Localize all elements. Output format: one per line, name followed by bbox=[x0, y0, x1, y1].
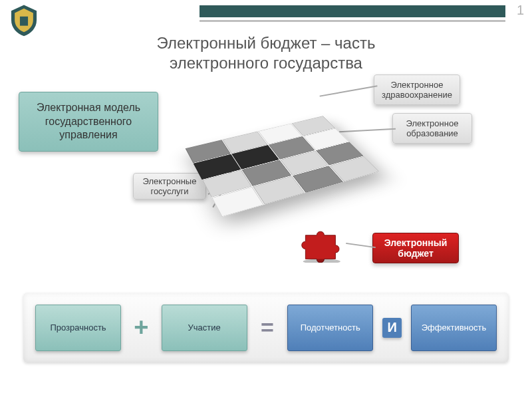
eq-transparency: Прозрачность bbox=[35, 305, 121, 351]
eq-accountability: Подотчетность bbox=[287, 305, 373, 351]
callout-budget: Электронный бюджет bbox=[372, 233, 459, 263]
callout-model: Электронная модель государственного упра… bbox=[19, 92, 158, 152]
eq-efficiency: Эффективность bbox=[411, 305, 497, 351]
puzzle-piece-red-icon bbox=[299, 223, 349, 263]
callout-services: Электронные госуслуги bbox=[133, 173, 206, 200]
svg-point-1 bbox=[303, 259, 340, 263]
connector-line bbox=[320, 85, 378, 96]
callout-education: Электронное образование bbox=[392, 113, 472, 144]
eq-participation: Участие bbox=[162, 305, 247, 351]
slide-title: Электронный бюджет – часть электронного … bbox=[120, 33, 412, 73]
page-number: 1 bbox=[517, 3, 524, 18]
svg-rect-0 bbox=[20, 17, 28, 26]
and-icon: И bbox=[382, 318, 402, 338]
equation-panel: Прозрачность + Участие = Подотчетность И… bbox=[23, 293, 509, 362]
emblem-icon bbox=[7, 3, 41, 37]
connector-line bbox=[346, 243, 376, 248]
equals-icon: = bbox=[257, 317, 278, 339]
plus-icon: + bbox=[130, 317, 152, 339]
slide-header: 1 bbox=[0, 0, 532, 25]
puzzle-graphic bbox=[200, 100, 399, 233]
header-rule bbox=[200, 5, 505, 22]
